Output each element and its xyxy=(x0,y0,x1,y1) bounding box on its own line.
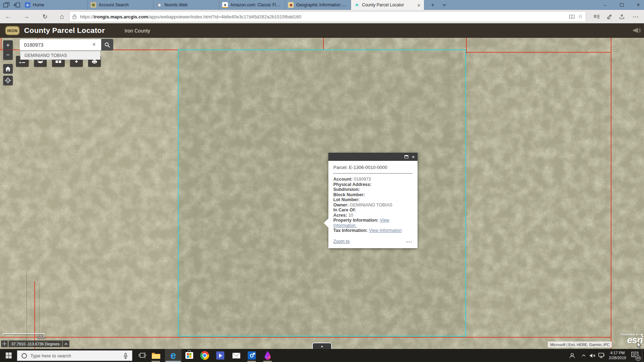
popup-close-icon[interactable]: × xyxy=(412,154,415,159)
popup-titlebar[interactable]: × xyxy=(328,153,418,161)
tab-label: Home xyxy=(33,2,44,7)
add-favorite-star-icon[interactable]: ☆ xyxy=(578,13,583,20)
people-button[interactable] xyxy=(566,349,578,362)
tax-information-link[interactable]: View Information xyxy=(369,228,402,233)
parcel-line xyxy=(323,38,324,50)
taskbar-search-placeholder: Type here to search xyxy=(30,353,123,358)
taskbar-edge[interactable]: e xyxy=(165,349,182,362)
show-set-aside-tabs-icon[interactable] xyxy=(3,2,10,8)
window-maximize-button[interactable] xyxy=(616,0,627,10)
home-favicon: 8i xyxy=(25,2,30,8)
divider xyxy=(333,173,413,174)
clock[interactable]: 4:17 PM 2/28/2019 xyxy=(606,350,629,360)
taskbar-store[interactable] xyxy=(181,349,197,362)
file-explorer-icon xyxy=(151,352,161,359)
parcel-line xyxy=(611,38,611,349)
notification-badge: 20 xyxy=(636,356,641,361)
search-suggestion-item[interactable]: GEMINIANO TOBIAS xyxy=(20,51,100,60)
tab-account-search[interactable]: Account Search xyxy=(88,0,154,10)
running-indicator xyxy=(151,361,160,362)
volume-muted-button[interactable] xyxy=(587,349,597,362)
favorites-hub-icon[interactable] xyxy=(592,12,602,21)
zoom-in-button[interactable]: + xyxy=(3,40,13,50)
show-desktop-divider[interactable] xyxy=(642,349,642,362)
taskbar-outlook[interactable]: O xyxy=(244,349,260,362)
microsoft-store-icon xyxy=(185,352,193,359)
search-input[interactable] xyxy=(19,39,101,51)
window-minimize-button[interactable]: – xyxy=(600,0,610,10)
selected-parcel-outline[interactable] xyxy=(178,49,466,337)
taskbar-chrome[interactable] xyxy=(197,349,213,362)
parcel-line xyxy=(0,337,611,338)
browser-home-button[interactable]: ⌂ xyxy=(57,12,67,21)
taskbar-mail[interactable] xyxy=(228,349,244,362)
mouse-cursor xyxy=(637,342,642,349)
task-view-icon xyxy=(139,352,146,358)
coordinate-icon-button[interactable] xyxy=(1,340,8,347)
screen: 8i Home Account Search flexmls Web a Ama… xyxy=(0,0,644,362)
tab-flexmls[interactable]: flexmls Web xyxy=(154,0,219,10)
forward-button[interactable]: → xyxy=(22,12,31,21)
taskbar-paint3d[interactable] xyxy=(260,349,276,362)
parcel-info-popup: × Parcel: E-1306-0010-0000 Account: 0180… xyxy=(328,153,418,248)
reading-view-icon[interactable] xyxy=(569,14,575,19)
popup-more-actions-icon[interactable]: ••• xyxy=(406,240,413,244)
search-button[interactable] xyxy=(101,39,113,51)
refresh-button[interactable]: ↻ xyxy=(40,12,50,21)
windows-logo-icon xyxy=(6,352,12,358)
tab-dropdown-button[interactable] xyxy=(439,0,449,10)
tray-expand-button[interactable] xyxy=(579,349,588,362)
back-button[interactable]: ← xyxy=(4,12,13,21)
map-canvas[interactable]: + − × GEMINIANO TOBIAS xyxy=(0,38,644,349)
running-indicator xyxy=(263,361,272,362)
tab-gis[interactable]: Geographic Information Sys xyxy=(285,0,351,10)
my-location-button[interactable] xyxy=(3,76,13,85)
popup-field: Acres: 10 xyxy=(333,213,413,218)
taskbar-file-explorer[interactable] xyxy=(148,349,164,362)
set-tabs-aside-icon[interactable] xyxy=(13,2,21,8)
taskbar-search-box[interactable]: Type here to search xyxy=(17,350,132,361)
terrain-track-line xyxy=(27,271,27,349)
amazon-favicon: a xyxy=(222,2,228,8)
zoom-to-link[interactable]: Zoom to xyxy=(333,239,350,244)
parcel-line xyxy=(466,52,611,53)
start-button[interactable] xyxy=(0,349,17,362)
settings-more-icon[interactable]: ⋯ xyxy=(631,12,640,21)
popup-pointer xyxy=(324,218,328,228)
parcel-search-widget: × xyxy=(19,39,113,51)
mail-icon xyxy=(232,352,241,359)
account-search-favicon xyxy=(91,2,96,8)
announcement-icon[interactable] xyxy=(633,27,641,34)
gis-favicon xyxy=(288,2,294,8)
attribute-table-toggle[interactable]: ▲ xyxy=(312,343,332,349)
popup-body: Parcel: E-1306-0010-0000 Account: 018097… xyxy=(328,161,418,248)
popup-field: Lot Number: xyxy=(333,197,413,203)
tab-home[interactable]: 8i Home xyxy=(22,0,88,10)
crosshair-icon xyxy=(5,77,11,83)
microphone-icon[interactable] xyxy=(123,353,128,359)
tab-amazon[interactable]: a Amazon.com: Classic Flame xyxy=(219,0,285,10)
coordinates-expand-button[interactable] xyxy=(63,340,69,347)
popup-maximize-icon[interactable] xyxy=(404,155,408,158)
tab-close-icon[interactable]: × xyxy=(416,2,421,8)
window-close-button[interactable]: × xyxy=(633,0,644,10)
new-tab-button[interactable]: + xyxy=(427,0,438,10)
taskbar-movies-tv[interactable] xyxy=(212,349,228,362)
address-bar[interactable]: https://irongis.maps.arcgis.com/apps/web… xyxy=(69,11,586,22)
web-note-pen-icon[interactable] xyxy=(604,12,614,21)
crosshair-icon xyxy=(2,342,6,346)
network-button[interactable] xyxy=(597,349,606,362)
zoom-out-button[interactable]: − xyxy=(3,50,13,60)
tab-label: Account Search xyxy=(99,2,129,7)
home-extent-button[interactable] xyxy=(3,64,13,74)
legend-icon xyxy=(19,59,25,64)
flexmls-favicon xyxy=(156,2,162,8)
share-icon[interactable] xyxy=(617,12,627,21)
clear-search-icon[interactable]: × xyxy=(92,41,96,48)
chevron-down-icon xyxy=(442,4,446,6)
browser-address-row: ← → ↻ ⌂ https://irongis.maps.arcgis.com/… xyxy=(0,10,644,23)
tab-label: flexmls Web xyxy=(165,2,188,7)
movies-tv-icon xyxy=(216,351,224,360)
action-center-button[interactable]: 20 xyxy=(628,349,641,362)
tab-county-parcel-locator[interactable]: County Parcel Locator × xyxy=(351,0,424,10)
